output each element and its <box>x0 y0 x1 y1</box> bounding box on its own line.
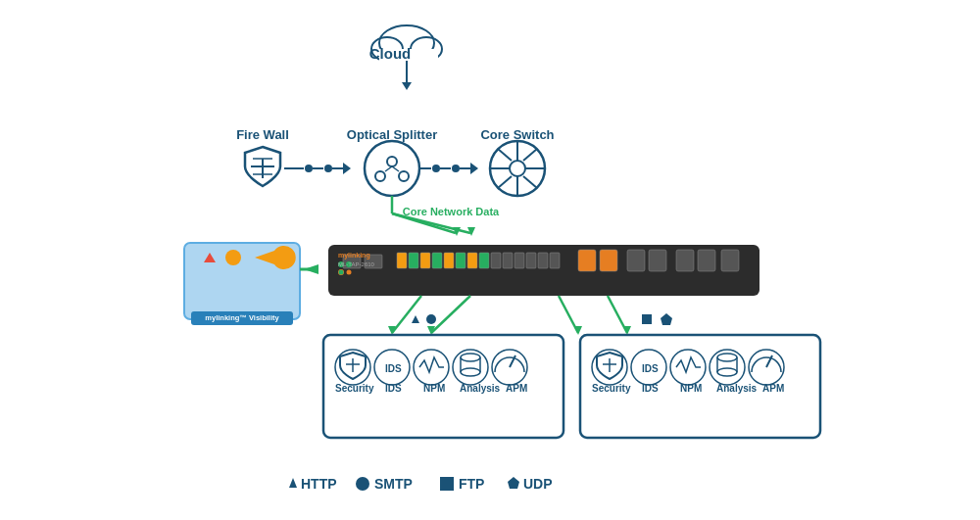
svg-text:Fire Wall: Fire Wall <box>236 127 289 142</box>
svg-point-89 <box>374 350 410 385</box>
svg-rect-50 <box>343 255 361 268</box>
svg-point-23 <box>432 165 440 172</box>
svg-point-110 <box>710 350 745 385</box>
svg-rect-61 <box>503 253 513 268</box>
svg-rect-51 <box>365 255 382 268</box>
svg-marker-78 <box>388 326 396 335</box>
svg-text:APM: APM <box>762 383 784 394</box>
svg-point-28 <box>490 141 545 196</box>
svg-text:SMTP: SMTP <box>374 476 413 492</box>
svg-text:Security: Security <box>592 383 631 394</box>
svg-text:UDP: UDP <box>523 476 553 492</box>
svg-text:IDS: IDS <box>642 383 659 394</box>
svg-text:Core Switch: Core Switch <box>480 127 554 142</box>
main-diagram: IDS Security IDS NPM Analysis APM IDS <box>0 0 980 520</box>
svg-line-77 <box>431 296 470 333</box>
svg-point-2 <box>411 37 442 61</box>
svg-text:ML-TAP-2610: ML-TAP-2610 <box>338 261 375 267</box>
svg-text:Analysis: Analysis <box>460 383 501 394</box>
svg-line-21 <box>392 166 399 171</box>
svg-text:IDS: IDS <box>642 363 659 374</box>
svg-point-75 <box>346 261 352 267</box>
svg-line-76 <box>392 296 421 333</box>
svg-point-114 <box>717 368 737 376</box>
svg-rect-3 <box>379 49 438 63</box>
svg-rect-85 <box>580 335 820 438</box>
svg-point-111 <box>717 354 737 361</box>
svg-text:Core Network Data: Core Network Data <box>403 206 500 217</box>
svg-rect-124 <box>642 314 652 324</box>
svg-point-86 <box>335 350 370 385</box>
svg-point-1 <box>371 37 403 61</box>
svg-rect-64 <box>538 253 548 268</box>
svg-rect-65 <box>550 253 560 268</box>
svg-point-109 <box>670 350 706 385</box>
svg-point-96 <box>461 368 480 376</box>
svg-line-39 <box>392 213 456 233</box>
svg-marker-42 <box>467 227 475 236</box>
svg-point-123 <box>426 314 436 324</box>
svg-text:NPM: NPM <box>423 383 445 394</box>
svg-point-11 <box>305 165 313 172</box>
svg-rect-69 <box>649 250 666 271</box>
svg-point-97 <box>492 350 527 385</box>
svg-rect-54 <box>420 253 430 268</box>
svg-rect-56 <box>444 253 454 268</box>
svg-point-19 <box>399 171 409 181</box>
svg-text:APM: APM <box>506 383 527 394</box>
svg-rect-130 <box>440 477 454 491</box>
svg-rect-60 <box>491 253 501 268</box>
svg-text:Cloud: Cloud <box>369 45 412 62</box>
svg-rect-68 <box>627 250 645 271</box>
svg-rect-72 <box>721 250 739 271</box>
svg-line-35 <box>523 176 537 188</box>
svg-line-34 <box>498 149 512 161</box>
svg-text:FTP: FTP <box>459 476 484 492</box>
svg-text:HTTP: HTTP <box>301 476 337 492</box>
svg-marker-132 <box>508 477 519 489</box>
svg-point-18 <box>375 171 385 181</box>
svg-line-116 <box>766 355 772 367</box>
svg-marker-82 <box>574 326 582 335</box>
svg-text:Analysis: Analysis <box>716 383 758 394</box>
svg-line-40 <box>392 213 470 233</box>
svg-line-80 <box>559 296 578 333</box>
svg-point-73 <box>338 261 344 267</box>
svg-marker-126 <box>289 478 297 488</box>
svg-rect-53 <box>409 253 418 268</box>
svg-text:NPM: NPM <box>680 383 702 394</box>
svg-marker-122 <box>412 315 419 323</box>
svg-line-81 <box>608 296 627 333</box>
svg-rect-55 <box>432 253 442 268</box>
svg-point-104 <box>592 350 627 385</box>
svg-point-0 <box>379 25 434 61</box>
svg-rect-59 <box>479 253 489 268</box>
svg-text:mylinking™ Visibility: mylinking™ Visibility <box>205 313 279 322</box>
svg-marker-79 <box>427 326 435 335</box>
svg-text:Optical Splitter: Optical Splitter <box>347 127 437 142</box>
svg-rect-58 <box>467 253 477 268</box>
svg-point-25 <box>452 165 460 172</box>
svg-point-93 <box>461 354 480 361</box>
svg-line-36 <box>523 149 537 161</box>
svg-rect-63 <box>526 253 536 268</box>
svg-line-98 <box>510 355 515 367</box>
diagram-svg: IDS Security IDS NPM Analysis APM IDS <box>0 0 980 520</box>
svg-point-107 <box>631 350 666 385</box>
svg-rect-67 <box>600 250 617 271</box>
svg-point-92 <box>453 350 488 385</box>
svg-rect-57 <box>456 253 466 268</box>
svg-text:IDS: IDS <box>385 363 402 374</box>
svg-rect-70 <box>676 250 694 271</box>
svg-text:Security: Security <box>335 383 374 394</box>
svg-point-74 <box>338 269 344 275</box>
svg-point-115 <box>749 350 784 385</box>
svg-rect-84 <box>323 335 564 438</box>
svg-line-37 <box>498 176 512 188</box>
svg-marker-27 <box>470 163 478 174</box>
svg-marker-15 <box>343 163 351 174</box>
svg-text:IDS: IDS <box>385 383 402 394</box>
svg-rect-46 <box>191 311 293 325</box>
svg-rect-43 <box>184 243 300 319</box>
svg-rect-49 <box>328 245 760 296</box>
